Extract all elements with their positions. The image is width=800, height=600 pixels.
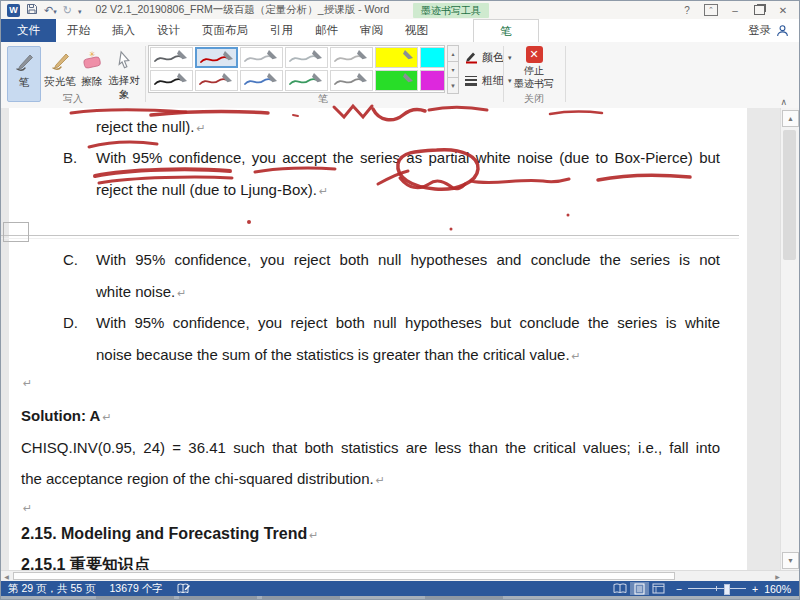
close-button[interactable]: ✕ xyxy=(773,3,793,17)
zoom-controls: − + 160% xyxy=(668,583,799,595)
highlighter-swatch[interactable] xyxy=(420,70,445,91)
web-layout-button[interactable] xyxy=(649,582,668,595)
list-label-d: D. xyxy=(63,314,78,331)
tab-视图[interactable]: 视图 xyxy=(394,19,439,42)
highlighter-swatch[interactable] xyxy=(375,47,418,68)
tab-设计[interactable]: 设计 xyxy=(146,19,191,42)
doc-line: With 95% confidence, you accept the seri… xyxy=(96,149,720,166)
word-logo-icon[interactable]: W xyxy=(7,4,20,17)
minimize-button[interactable]: – xyxy=(725,3,745,17)
gallery-scroll-down-icon[interactable]: ▾ xyxy=(447,61,459,78)
pen-icon xyxy=(12,50,36,74)
word-window: W ↶▾ ↻ ▾ 02 V2.1_20190806_FRM一级百题（定量分析）_… xyxy=(0,0,800,600)
pen-swatch[interactable] xyxy=(285,47,328,68)
horizontal-scroll-thumb[interactable] xyxy=(13,572,675,580)
zoom-in-button[interactable]: + xyxy=(752,583,758,595)
doc-line: reject the null (due to Ljung-Box).↵ xyxy=(96,181,328,198)
tab-插入[interactable]: 插入 xyxy=(101,19,146,42)
ink-weight-label: 粗细 xyxy=(482,73,504,88)
taskbar-sliver xyxy=(1,596,799,600)
save-icon[interactable] xyxy=(26,3,38,17)
tab-引用[interactable]: 引用 xyxy=(259,19,304,42)
page-indicator[interactable]: 第 29 页，共 55 页 xyxy=(1,582,103,596)
tab-items: 开始插入设计页面布局引用邮件审阅视图 xyxy=(56,19,439,42)
pen-swatch[interactable] xyxy=(240,47,283,68)
read-mode-button[interactable] xyxy=(611,582,630,595)
collapse-ribbon-icon[interactable]: ∧ xyxy=(780,97,787,107)
highlighter-icon xyxy=(48,49,72,73)
pen-swatch[interactable] xyxy=(330,70,373,91)
gallery-scroll-up-icon[interactable]: ▴ xyxy=(447,45,459,62)
pen-gallery xyxy=(148,45,445,93)
context-tab-group-label: 墨迹书写工具 xyxy=(413,3,489,18)
window-title: 02 V2.1_20190806_FRM一级百题（定量分析）_授课版 - Wor… xyxy=(95,3,389,17)
cursor-arrow-icon xyxy=(113,49,135,72)
pen-swatch[interactable] xyxy=(150,47,193,68)
tab-file[interactable]: 文件 xyxy=(1,19,56,42)
write-group-label: 写入 xyxy=(1,92,145,106)
paragraph-mark: ↵ xyxy=(21,373,32,390)
pen-swatch[interactable] xyxy=(285,70,328,91)
proofing-icon[interactable] xyxy=(170,583,197,594)
list-label-b: B. xyxy=(63,149,77,166)
help-button[interactable]: ? xyxy=(677,3,697,17)
pen-tool-label: 笔 xyxy=(19,76,30,90)
ribbon-display-options-button[interactable]: ⌃ xyxy=(701,3,721,17)
zoom-slider[interactable] xyxy=(688,588,746,589)
pen-swatch[interactable] xyxy=(240,70,283,91)
ribbon-pen-tools: 笔 荧光笔 ✳ 擦除 选择对象 写入 xyxy=(1,42,799,109)
document-page[interactable] xyxy=(9,108,747,571)
tab-邮件[interactable]: 邮件 xyxy=(304,19,349,42)
sub-heading: 2.15.1 重要知识点 xyxy=(21,555,150,571)
doc-line: reject the null).↵ xyxy=(96,118,206,135)
tab-pen-active[interactable]: 笔 xyxy=(473,19,539,42)
zoom-level[interactable]: 160% xyxy=(764,583,791,595)
stop-inking-button[interactable]: ✕ 停止 墨迹书写 xyxy=(507,46,561,98)
horizontal-scrollbar[interactable]: ◀ ▶ xyxy=(1,570,783,581)
zoom-slider-thumb[interactable] xyxy=(724,584,730,595)
tab-审阅[interactable]: 审阅 xyxy=(349,19,394,42)
pen-group-label: 笔 xyxy=(148,92,498,106)
restore-button[interactable] xyxy=(749,3,769,17)
zoom-out-button[interactable]: − xyxy=(676,583,682,595)
stop-inking-label-2: 墨迹书写 xyxy=(514,78,554,90)
ribbon-tab-strip: 文件 开始插入设计页面布局引用邮件审阅视图 笔 登录 xyxy=(1,19,799,43)
scroll-down-icon[interactable]: ▼ xyxy=(782,552,799,569)
sign-in-label: 登录 xyxy=(748,23,771,38)
highlighter-swatch[interactable] xyxy=(420,47,445,68)
doc-line: CHISQ.INV(0.95, 24) = 36.41 such that bo… xyxy=(21,439,720,456)
pen-gallery-row-2 xyxy=(150,70,444,92)
qat-customize-icon[interactable]: ▾ xyxy=(78,5,82,16)
pen-swatch[interactable] xyxy=(195,70,238,91)
print-layout-button[interactable] xyxy=(630,582,649,595)
scroll-up-icon[interactable]: ▲ xyxy=(782,110,799,127)
word-count[interactable]: 13679 个字 xyxy=(103,582,170,596)
undo-icon[interactable]: ↶▾ xyxy=(44,5,57,16)
line-weight-icon xyxy=(464,75,478,87)
ink-weight-button[interactable]: 粗细 ▾ xyxy=(464,71,512,90)
scroll-left-icon[interactable]: ◀ xyxy=(1,572,12,581)
pen-swatch[interactable] xyxy=(330,47,373,68)
highlighter-swatch[interactable] xyxy=(375,70,418,91)
highlighter-tool-label: 荧光笔 xyxy=(44,75,76,89)
status-bar: 第 29 页，共 55 页 13679 个字 − + 160% xyxy=(1,581,799,596)
pen-gallery-scroll: ▴ ▾ ▼ xyxy=(447,45,459,93)
close-group-label: 关闭 xyxy=(507,92,561,106)
eraser-tool-label: 擦除 xyxy=(82,75,103,89)
stop-inking-label-1: 停止 xyxy=(524,65,544,77)
sign-in[interactable]: 登录 xyxy=(748,19,799,42)
paragraph-mark: ↵ xyxy=(21,498,32,515)
solution-line: Solution: A↵ xyxy=(21,407,112,424)
pen-swatch[interactable] xyxy=(150,70,193,91)
pen-swatch[interactable] xyxy=(195,47,238,68)
vertical-scroll-thumb[interactable] xyxy=(783,130,796,260)
tab-开始[interactable]: 开始 xyxy=(56,19,101,42)
page-boundary xyxy=(1,235,739,239)
quick-access-toolbar: W ↶▾ ↻ ▾ xyxy=(1,3,81,17)
section-heading: 2.15. Modeling and Forecasting Trend↵ xyxy=(21,525,319,543)
user-icon xyxy=(776,24,789,37)
vertical-scrollbar[interactable]: ▲ ▼ xyxy=(780,108,799,571)
redo-icon[interactable]: ↻ xyxy=(63,5,72,16)
tab-页面布局[interactable]: 页面布局 xyxy=(191,19,259,42)
ink-color-button[interactable]: 颜色 ▾ xyxy=(464,48,512,67)
